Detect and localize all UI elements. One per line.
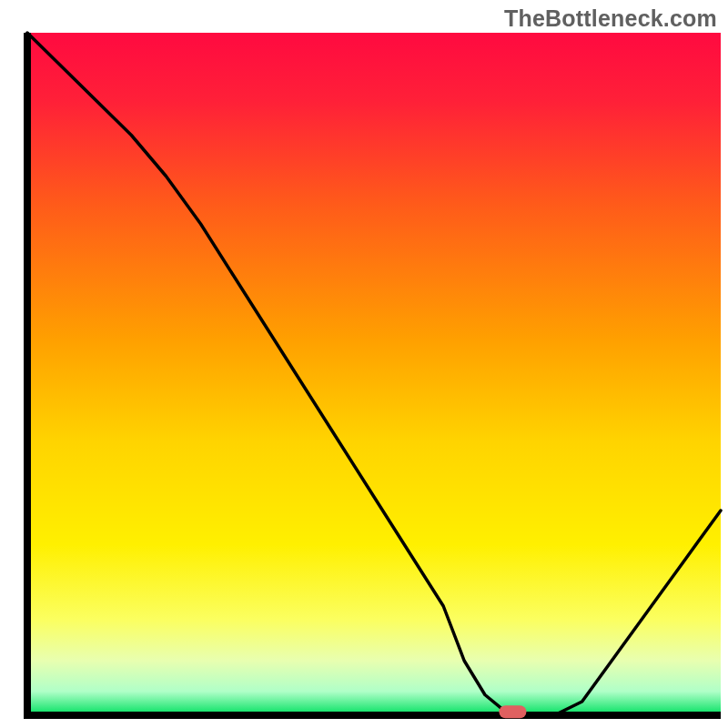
bottleneck-chart [0,0,728,728]
watermark-text: TheBottleneck.com [504,5,717,32]
chart-container: TheBottleneck.com [0,0,728,728]
optimal-marker [499,705,526,718]
